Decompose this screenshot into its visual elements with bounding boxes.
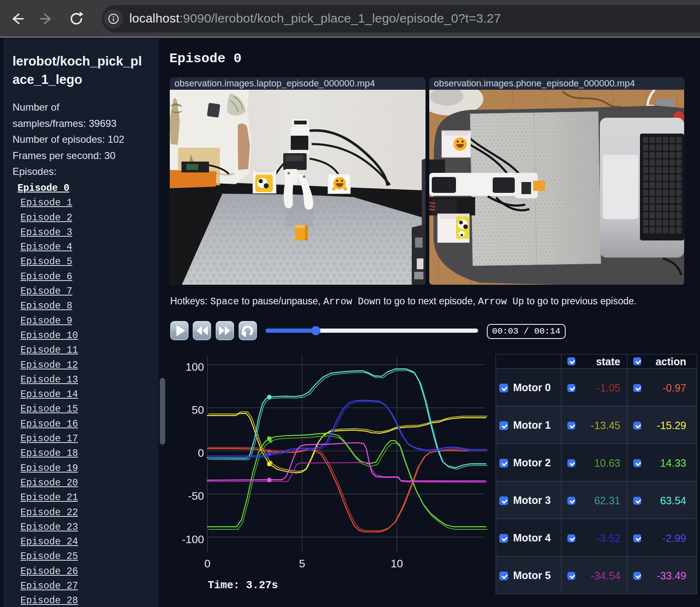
svg-text:Time: 3.27s: Time: 3.27s <box>208 579 278 592</box>
svg-text:50: 50 <box>192 404 204 416</box>
svg-text:10: 10 <box>390 557 403 570</box>
svg-text:-50: -50 <box>188 490 204 502</box>
svg-text:5: 5 <box>299 557 305 570</box>
svg-text:100: 100 <box>186 361 204 373</box>
svg-text:-100: -100 <box>182 533 204 546</box>
svg-text:0: 0 <box>198 447 204 459</box>
svg-text:0: 0 <box>204 557 211 570</box>
